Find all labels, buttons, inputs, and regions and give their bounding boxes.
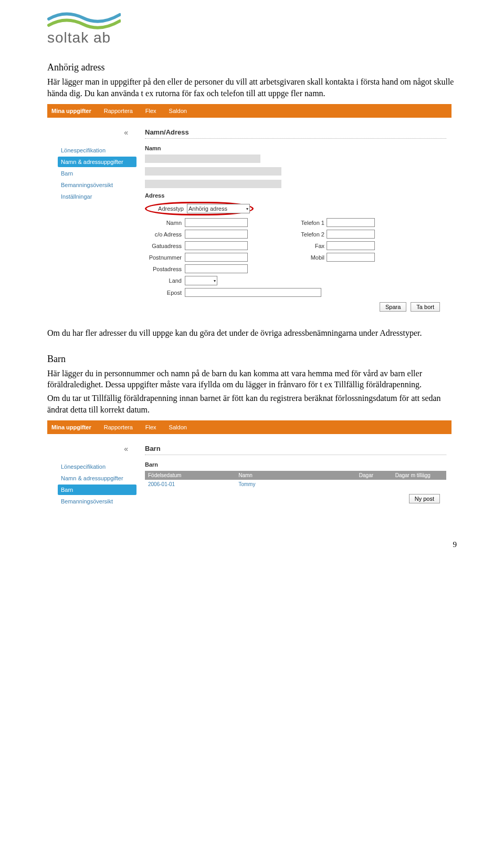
menu-rapportera[interactable]: Rapportera <box>104 108 133 114</box>
page-number: 9 <box>47 540 457 549</box>
save-button[interactable]: Spara <box>380 302 406 312</box>
lbl-fax: Fax <box>295 243 327 249</box>
logo: soltak ab <box>47 11 457 46</box>
namn-field-3 <box>145 180 281 188</box>
select-adresstyp-value: Anhörig adress <box>188 205 227 212</box>
th-dagar: Dagar <box>356 471 392 480</box>
sub-title-namn: Namn <box>145 145 446 151</box>
input-epost[interactable] <box>185 288 321 297</box>
barn-table: Födelsedatum Namn Dagar Dagar m tillägg … <box>145 471 446 489</box>
sidebar-item-bemanningsoversikt[interactable]: Bemanningsöversikt <box>58 496 136 507</box>
menu-flex[interactable]: Flex <box>145 424 156 430</box>
divider <box>145 455 446 455</box>
sidebar-item-bemanningsoversikt[interactable]: Bemanningsöversikt <box>58 180 136 190</box>
input-postadress[interactable] <box>185 264 248 273</box>
lbl-namn: Namn <box>145 220 185 226</box>
section-anhorig-title: Anhörig adress <box>47 62 457 73</box>
select-land[interactable]: ▾ <box>185 276 217 285</box>
sidebar-item-barn[interactable]: Barn <box>58 168 136 179</box>
sub-title-adress: Adress <box>145 192 446 199</box>
namn-field-1 <box>145 154 260 163</box>
input-namn[interactable] <box>185 218 248 227</box>
sidebar-item-lonespecifikation[interactable]: Lönespecifikation <box>58 461 136 472</box>
th-fodelsedatum: Födelsedatum <box>145 471 235 480</box>
sidebar-collapse-icon[interactable]: « <box>58 128 136 137</box>
logo-text: soltak ab <box>47 29 457 46</box>
input-postnummer[interactable] <box>185 253 248 262</box>
sidebar-collapse-icon[interactable]: « <box>58 445 136 453</box>
cell-dagar <box>356 480 392 489</box>
chevron-down-icon: ▾ <box>214 279 216 283</box>
lbl-co-adress: c/o Adress <box>145 231 185 238</box>
lbl-land: Land <box>145 277 185 284</box>
sidebar-item-namn-adressuppgifter[interactable]: Namn & adressuppgifter <box>58 473 136 483</box>
lbl-gatuadress: Gatuadress <box>145 243 185 249</box>
sub-title-barn: Barn <box>145 461 446 468</box>
cell-fodelsedatum: 2006-01-01 <box>145 480 235 489</box>
input-mobil[interactable] <box>327 253 375 262</box>
adresstyp-highlight: Adresstyp Anhörig adress ▾ <box>145 202 254 215</box>
lbl-postadress: Postadress <box>145 266 185 272</box>
menu-flex[interactable]: Flex <box>145 108 156 114</box>
menubar: Mina uppgifter Rapportera Flex Saldon <box>47 420 452 434</box>
chevron-down-icon: ▾ <box>246 207 248 211</box>
sidebar: « Lönespecifikation Namn & adressuppgift… <box>47 438 142 509</box>
input-telefon2[interactable] <box>327 230 375 239</box>
lbl-telefon2: Telefon 2 <box>295 231 327 238</box>
menu-saldon[interactable]: Saldon <box>169 424 187 430</box>
sidebar-item-barn[interactable]: Barn <box>58 485 136 495</box>
section-barn-text2: Om du tar ut Tillfällig föräldrapenning … <box>47 393 457 415</box>
cell-namn: Tommy <box>235 480 356 489</box>
delete-button[interactable]: Ta bort <box>411 302 440 312</box>
sidebar-item-namn-adressuppgifter[interactable]: Namn & adressuppgifter <box>58 157 136 167</box>
select-adresstyp[interactable]: Anhörig adress ▾ <box>187 204 250 213</box>
lbl-mobil: Mobil <box>295 254 327 261</box>
lbl-postnummer: Postnummer <box>145 254 185 261</box>
menu-mina-uppgifter[interactable]: Mina uppgifter <box>51 424 91 430</box>
between-text: Om du har fler adresser du vill uppge ka… <box>47 327 457 339</box>
content-barn: Barn Barn Födelsedatum Namn Dagar Dagar … <box>142 438 452 509</box>
screenshot-barn: Mina uppgifter Rapportera Flex Saldon « … <box>47 420 452 509</box>
menubar: Mina uppgifter Rapportera Flex Saldon <box>47 104 452 118</box>
divider <box>145 138 446 139</box>
input-telefon1[interactable] <box>327 218 375 227</box>
menu-saldon[interactable]: Saldon <box>169 108 187 114</box>
section-anhorig-text: Här lägger man in uppgifter på den eller… <box>47 76 457 99</box>
namn-field-2 <box>145 167 281 176</box>
menu-mina-uppgifter[interactable]: Mina uppgifter <box>51 108 91 114</box>
table-row[interactable]: 2006-01-01 Tommy <box>145 480 446 489</box>
th-dagar-m-tillagg: Dagar m tillägg <box>392 471 446 480</box>
cell-dagar-m-tillagg <box>392 480 446 489</box>
sidebar: « Lönespecifikation Namn & adressuppgift… <box>47 122 142 317</box>
input-co-adress[interactable] <box>185 230 248 239</box>
sidebar-item-lonespecifikation[interactable]: Lönespecifikation <box>58 145 136 156</box>
new-post-button[interactable]: Ny post <box>409 494 440 503</box>
input-gatuadress[interactable] <box>185 241 248 250</box>
sidebar-item-installningar[interactable]: Inställningar <box>58 191 136 202</box>
content-title-barn: Barn <box>145 445 446 452</box>
lbl-adresstyp: Adresstyp <box>147 205 187 212</box>
section-barn-title: Barn <box>47 354 457 365</box>
lbl-epost: Epost <box>145 290 185 296</box>
screenshot-namn-adress: Mina uppgifter Rapportera Flex Saldon « … <box>47 104 452 317</box>
lbl-telefon1: Telefon 1 <box>295 220 327 226</box>
content-namn-adress: Namn/Adress Namn Adress Adresstyp Anhöri… <box>142 122 452 317</box>
logo-wave-icon <box>47 11 121 32</box>
menu-rapportera[interactable]: Rapportera <box>104 424 133 430</box>
section-barn-text1: Här lägger du in personnummer och namn p… <box>47 368 457 390</box>
th-namn: Namn <box>235 471 356 480</box>
input-fax[interactable] <box>327 241 375 250</box>
content-title: Namn/Adress <box>145 128 446 136</box>
